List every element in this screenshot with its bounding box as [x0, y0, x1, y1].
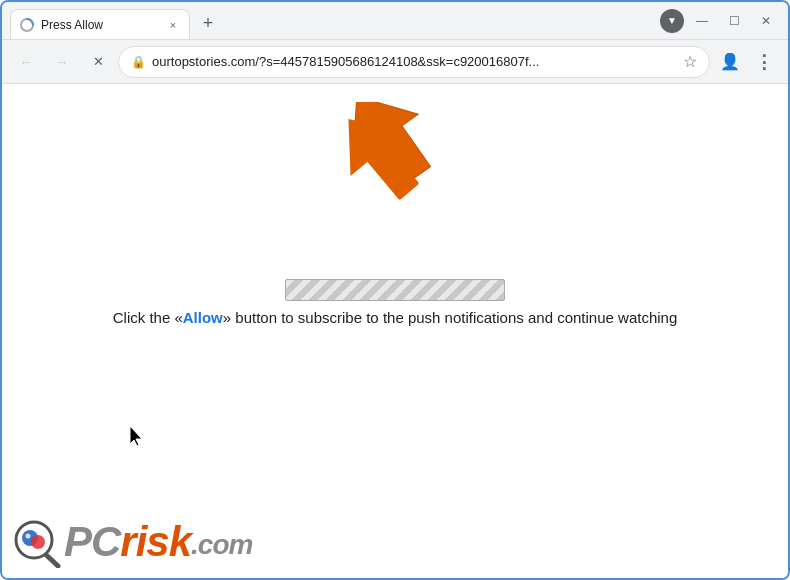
forward-button[interactable]: →	[46, 46, 78, 78]
svg-point-10	[26, 534, 31, 539]
pcrisk-text-label: PCrisk.com	[64, 518, 252, 566]
allow-word: Allow	[183, 309, 223, 326]
tab-title: Press Allow	[41, 18, 159, 32]
main-text-before: Click the «	[113, 309, 183, 326]
title-bar: Press Allow × + ▼ — ☐ ✕	[2, 2, 788, 40]
profile-button[interactable]: 👤	[714, 46, 746, 78]
mouse-cursor	[130, 426, 142, 444]
dotcom-text: .com	[191, 529, 252, 560]
risk-text: risk	[120, 518, 191, 565]
arrow-indicator	[332, 100, 442, 234]
lock-icon: 🔒	[131, 55, 146, 69]
browser-window: Press Allow × + ▼ — ☐ ✕ ← → ✕ 🔒 ourtopst…	[0, 0, 790, 580]
loading-bar-container	[285, 279, 505, 301]
svg-marker-5	[130, 426, 142, 446]
tab-strip-dropdown[interactable]: ▼	[660, 9, 684, 33]
omnibox[interactable]: 🔒 ourtopstories.com/?s=44578159056861241…	[118, 46, 710, 78]
reload-button[interactable]: ✕	[82, 46, 114, 78]
page-content: Click the «Allow» button to subscribe to…	[2, 84, 788, 578]
loading-bar	[285, 279, 505, 301]
menu-button[interactable]: ⋮	[748, 46, 780, 78]
bookmark-star-icon[interactable]: ☆	[683, 52, 697, 71]
tab-area: Press Allow × +	[2, 2, 660, 39]
minimize-button[interactable]: —	[688, 7, 716, 35]
pcrisk-logo-icon	[12, 516, 64, 568]
pcrisk-logo: PCrisk.com	[12, 516, 252, 568]
main-message: Click the «Allow» button to subscribe to…	[2, 309, 788, 326]
svg-point-9	[31, 535, 45, 549]
toolbar-buttons: 👤 ⋮	[714, 46, 780, 78]
address-bar: ← → ✕ 🔒 ourtopstories.com/?s=44578159056…	[2, 40, 788, 84]
tab-close-button[interactable]: ×	[165, 17, 181, 33]
window-controls: — ☐ ✕	[688, 7, 788, 35]
pc-text: PC	[64, 518, 120, 565]
back-button[interactable]: ←	[10, 46, 42, 78]
close-button[interactable]: ✕	[752, 7, 780, 35]
active-tab[interactable]: Press Allow ×	[10, 9, 190, 39]
pointing-arrow-svg	[332, 100, 442, 230]
new-tab-button[interactable]: +	[194, 9, 222, 37]
url-display: ourtopstories.com/?s=4457815905686124108…	[152, 54, 677, 69]
tab-favicon	[19, 17, 35, 33]
main-text-after: » button to subscribe to the push notifi…	[223, 309, 677, 326]
maximize-button[interactable]: ☐	[720, 7, 748, 35]
